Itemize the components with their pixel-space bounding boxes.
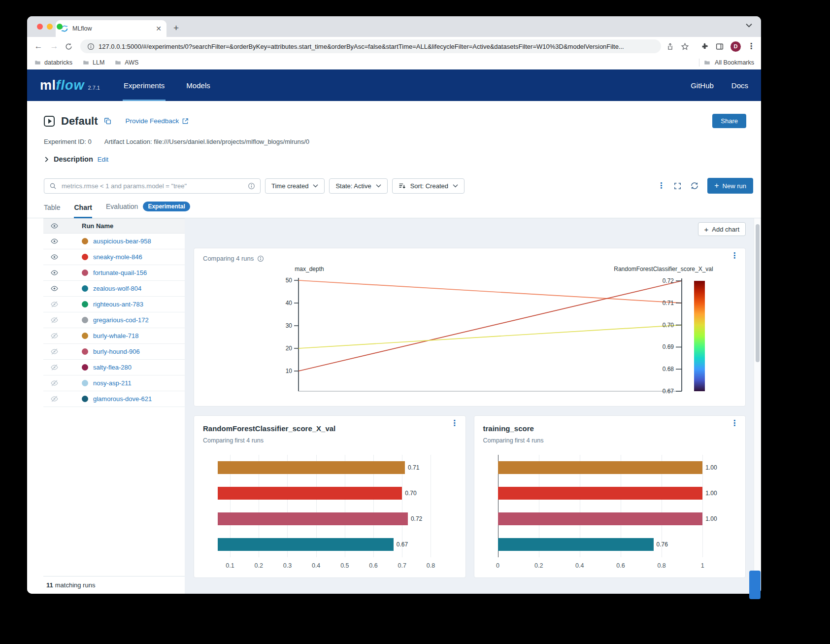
tab-close-icon[interactable]: ✕ [156,25,162,32]
run-name-link[interactable]: salty-flea-280 [93,364,132,371]
visibility-eye-off-icon[interactable] [50,395,82,403]
new-run-button[interactable]: + New run [707,178,753,194]
folder-icon [82,59,90,66]
tab-search-chevron-icon[interactable] [746,23,752,28]
visibility-eye-off-icon[interactable] [50,379,82,387]
run-row[interactable]: zealous-wolf-804 [43,281,185,297]
run-name-link[interactable]: nosy-asp-211 [93,379,132,387]
bar-auspicious-bear-958[interactable] [218,461,405,474]
visibility-eye-off-icon[interactable] [50,347,82,356]
run-name-link[interactable]: gregarious-cod-172 [93,316,149,324]
profile-avatar[interactable]: D [730,41,741,52]
run-name-link[interactable]: auspicious-bear-958 [93,237,151,245]
bar-value-label: 1.00 [705,490,717,497]
search-input[interactable] [61,182,244,190]
tab-chart[interactable]: Chart [74,203,92,218]
visibility-eye-icon[interactable] [50,269,82,277]
run-name-link[interactable]: righteous-ant-783 [93,301,143,308]
run-row[interactable]: sneaky-mole-846 [43,249,185,265]
x-tick-label: 0.8 [657,562,665,569]
bookmarks-bar-items: databricksLLMAWS [34,59,138,66]
chart-menu-icon[interactable]: ⋮ [451,421,459,426]
share-icon[interactable] [666,42,674,51]
run-name-link[interactable]: burly-hound-906 [93,348,140,355]
run-name-link[interactable]: sneaky-mole-846 [93,253,142,261]
all-bookmarks[interactable]: All Bookmarks [699,59,754,67]
tab-evaluation[interactable]: EvaluationExperimental [106,202,190,218]
browser-tab[interactable]: MLflow ✕ [56,20,166,37]
run-name-link[interactable]: zealous-wolf-804 [93,285,141,292]
run-row[interactable]: fortunate-quail-156 [43,265,185,281]
scrollbar-thumb[interactable] [756,224,760,362]
refresh-icon[interactable] [690,181,699,190]
run-color-dot [82,285,88,292]
extensions-puzzle-icon[interactable] [700,42,709,51]
bar-zealous-wolf-804[interactable] [218,538,394,551]
site-info-icon[interactable] [87,43,95,50]
maximize-window-button[interactable] [57,24,63,30]
description-chevron-icon[interactable] [44,157,49,162]
visibility-eye-icon[interactable] [50,284,82,293]
visibility-eye-off-icon[interactable] [50,332,82,340]
mlflow-logo[interactable]: ml flow 2.7.1 [40,78,100,93]
chart-menu-icon[interactable]: ⋮ [730,253,738,258]
tab-table[interactable]: Table [44,203,60,218]
bar-zealous-wolf-804[interactable] [498,538,654,551]
minimize-window-button[interactable] [47,24,53,30]
run-row[interactable]: burly-hound-906 [43,344,185,360]
side-panel-icon[interactable] [715,42,724,51]
bar-auspicious-bear-958[interactable] [498,461,703,474]
bar-sneaky-mole-846[interactable] [218,487,402,500]
run-row[interactable]: salty-flea-280 [43,360,185,375]
bookmark-item[interactable]: AWS [114,59,138,66]
add-chart-button[interactable]: + Add chart [698,222,746,236]
bookmark-star-icon[interactable] [681,42,689,51]
run-row[interactable]: auspicious-bear-958 [43,234,185,249]
run-row[interactable]: gregarious-cod-172 [43,312,185,328]
bar-fortunate-quail-156[interactable] [218,512,408,525]
run-name-link[interactable]: burly-whale-718 [93,332,139,339]
forward-icon[interactable]: → [49,41,60,51]
provide-feedback-link[interactable]: Provide Feedback [126,117,189,125]
copy-icon[interactable] [104,117,112,125]
visibility-eye-off-icon[interactable] [50,300,82,308]
new-tab-button[interactable]: + [173,23,179,34]
run-row[interactable]: burly-whale-718 [43,328,185,344]
toggle-all-visibility-icon[interactable] [50,222,82,230]
description-edit-link[interactable]: Edit [98,156,108,163]
visibility-eye-off-icon[interactable] [50,363,82,372]
bar-sneaky-mole-846[interactable] [498,487,703,500]
run-row[interactable]: nosy-asp-211 [43,375,185,391]
search-box[interactable] [44,178,261,194]
visibility-eye-icon[interactable] [50,237,82,245]
svg-text:30: 30 [286,322,293,329]
run-name-link[interactable]: fortunate-quail-156 [93,269,147,276]
nav-item-models[interactable]: Models [185,69,211,101]
close-window-button[interactable] [37,24,43,30]
visibility-eye-off-icon[interactable] [50,316,82,324]
chart-menu-icon[interactable]: ⋮ [730,421,738,426]
x-tick-label: 0.4 [312,562,320,569]
state-filter[interactable]: State: Active [329,178,387,194]
bar-fortunate-quail-156[interactable] [498,512,703,525]
toolbar-menu-icon[interactable]: ⋮ [657,183,665,188]
nav-item-experiments[interactable]: Experiments [123,69,166,101]
visibility-eye-icon[interactable] [50,253,82,261]
share-button[interactable]: Share [712,114,746,128]
nav-link-docs[interactable]: Docs [731,81,748,90]
search-info-icon[interactable] [248,182,255,190]
fullscreen-icon[interactable] [673,182,682,190]
browser-menu-icon[interactable]: ⋮ [747,44,755,49]
run-row[interactable]: righteous-ant-783 [43,297,185,312]
run-name-link[interactable]: glamorous-dove-621 [93,395,152,403]
nav-link-github[interactable]: GitHub [691,81,714,90]
bookmark-item[interactable]: databricks [34,59,72,66]
info-icon[interactable] [257,255,264,262]
reload-icon[interactable] [65,42,75,51]
back-icon[interactable]: ← [33,41,44,51]
time-created-filter[interactable]: Time created [265,178,325,194]
bookmark-item[interactable]: LLM [82,59,104,66]
run-row[interactable]: glamorous-dove-621 [43,391,185,407]
sort-selector[interactable]: Sort: Created [392,178,465,194]
url-bar[interactable]: 127.0.0.1:5000/#/experiments/0?searchFil… [80,39,661,53]
